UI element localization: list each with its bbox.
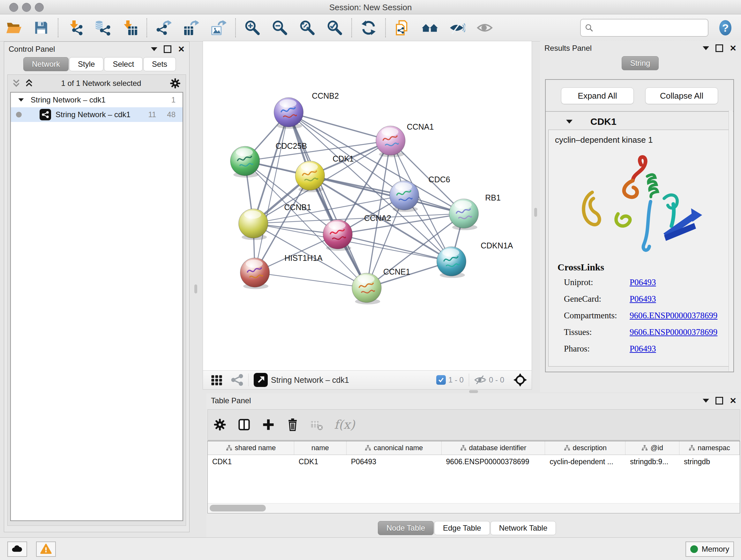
crosslink-link[interactable]: 9606.ENSP00000378699 bbox=[630, 311, 718, 320]
graph-edge[interactable] bbox=[338, 234, 451, 261]
expand-all-button[interactable]: Expand All bbox=[561, 87, 634, 104]
expand-all-icon[interactable] bbox=[25, 78, 33, 88]
tab-string[interactable]: String bbox=[622, 56, 659, 70]
home-icon[interactable] bbox=[421, 18, 438, 37]
column-header-description[interactable]: description bbox=[545, 441, 625, 455]
search-box[interactable] bbox=[580, 19, 709, 37]
add-column-icon[interactable] bbox=[260, 416, 277, 433]
graph-node-label: CDC6 bbox=[428, 175, 450, 184]
help-button[interactable]: ? bbox=[719, 20, 731, 36]
graph-node-HIST1H1A[interactable]: HIST1H1A bbox=[240, 253, 323, 289]
table-cell[interactable]: stringdb bbox=[679, 455, 740, 469]
zoom-selected-icon[interactable] bbox=[327, 18, 343, 37]
export-network-icon[interactable] bbox=[155, 18, 172, 37]
tab-style[interactable]: Style bbox=[69, 57, 104, 71]
hscroll-thumb[interactable] bbox=[210, 505, 266, 511]
crosslink-link[interactable]: P06493 bbox=[630, 294, 656, 304]
collapse-all-button[interactable]: Collapse All bbox=[645, 87, 718, 104]
duplicate-network-icon[interactable] bbox=[394, 18, 411, 37]
graph-edge[interactable] bbox=[253, 112, 289, 224]
column-header-namespac[interactable]: namespac bbox=[679, 441, 740, 455]
graph-node-RB1[interactable]: RB1 bbox=[449, 193, 501, 230]
column-header-database-identifier[interactable]: database identifier bbox=[442, 441, 545, 455]
crosslink-link[interactable]: P06493 bbox=[630, 277, 656, 287]
graph-edge[interactable] bbox=[255, 273, 367, 288]
table-panel-title: Table Panel bbox=[211, 396, 251, 405]
table-cell[interactable]: cyclin-dependent ... bbox=[545, 455, 625, 469]
splitter-handle[interactable] bbox=[194, 285, 197, 294]
table-cell[interactable]: 9606.ENSP00000378699 bbox=[442, 455, 545, 469]
network-collection-count: 1 bbox=[172, 96, 176, 105]
zoom-fit-icon[interactable] bbox=[299, 18, 316, 37]
panel-menu-icon[interactable] bbox=[703, 46, 709, 50]
save-icon[interactable] bbox=[33, 18, 50, 37]
table-cell[interactable]: CDK1 bbox=[208, 455, 294, 469]
panel-close-icon[interactable]: ✕ bbox=[730, 44, 737, 52]
hide-unhide-icon[interactable] bbox=[449, 18, 466, 37]
network-canvas[interactable]: CCNB2CCNA1CDC25BCDK1CDC6RB1CCNB1CCNA2CDK… bbox=[203, 41, 532, 370]
panel-close-icon[interactable]: ✕ bbox=[178, 45, 185, 53]
protein-section-expander-icon[interactable] bbox=[566, 120, 572, 124]
export-table-icon[interactable] bbox=[183, 18, 199, 37]
show-columns-icon[interactable] bbox=[235, 416, 253, 433]
grid-view-icon[interactable] bbox=[210, 373, 223, 387]
memory-button[interactable]: Memory bbox=[685, 542, 734, 557]
splitter-handle[interactable] bbox=[534, 208, 537, 217]
graph-node-CDKN1A[interactable]: CDKN1A bbox=[437, 241, 513, 278]
export-image-icon[interactable] bbox=[210, 18, 227, 37]
table-cell[interactable]: stringdb:9... bbox=[625, 455, 679, 469]
tab-sets[interactable]: Sets bbox=[143, 57, 176, 71]
graph-node-CCNA1[interactable]: CCNA1 bbox=[376, 122, 434, 157]
tab-network-table[interactable]: Network Table bbox=[490, 521, 556, 535]
network-share-icon[interactable] bbox=[231, 374, 243, 386]
network-tree-item-row[interactable]: String Network – cdk1 11 48 bbox=[11, 107, 183, 122]
table-row[interactable]: CDK1CDK1P064939606.ENSP00000378699cyclin… bbox=[208, 455, 740, 469]
import-network-icon[interactable] bbox=[67, 18, 83, 37]
network-tree-root-row[interactable]: String Network – cdk1 1 bbox=[11, 92, 183, 107]
control-panel-tabs: NetworkStyleSelectSets bbox=[23, 57, 189, 71]
tab-node-table[interactable]: Node Table bbox=[378, 521, 434, 535]
column-header-canonical-name[interactable]: canonical name bbox=[347, 441, 442, 455]
show-hide-panel-icon[interactable] bbox=[476, 18, 493, 37]
zoom-out-icon[interactable] bbox=[272, 18, 288, 37]
tab-network[interactable]: Network bbox=[23, 57, 69, 71]
panel-float-icon[interactable] bbox=[716, 397, 723, 405]
import-database-icon[interactable] bbox=[94, 18, 111, 37]
birdseye-view-icon[interactable] bbox=[254, 373, 268, 387]
table-cell[interactable]: CDK1 bbox=[294, 455, 347, 469]
table-cell[interactable]: P06493 bbox=[347, 455, 442, 469]
warnings-button[interactable] bbox=[36, 542, 56, 557]
column-header-name[interactable]: name bbox=[294, 441, 347, 455]
graph-edge[interactable] bbox=[255, 112, 289, 273]
zoom-in-icon[interactable] bbox=[244, 18, 261, 37]
table-hscrollbar[interactable] bbox=[208, 503, 740, 513]
network-item-label: String Network – cdk1 bbox=[56, 110, 131, 119]
import-table-icon[interactable] bbox=[122, 18, 138, 37]
graph-node-CCNE1[interactable]: CCNE1 bbox=[352, 267, 410, 305]
tab-edge-table[interactable]: Edge Table bbox=[434, 521, 490, 535]
column-header--id[interactable]: @id bbox=[625, 441, 679, 455]
panel-menu-icon[interactable] bbox=[703, 399, 709, 402]
refresh-icon[interactable] bbox=[360, 18, 377, 37]
splitter-handle[interactable] bbox=[469, 390, 478, 393]
tab-select[interactable]: Select bbox=[104, 57, 143, 71]
panel-menu-icon[interactable] bbox=[151, 47, 157, 51]
open-icon[interactable] bbox=[5, 18, 22, 37]
crosslink-link[interactable]: 9606.ENSP00000378699 bbox=[630, 327, 718, 337]
selected-checkbox-icon[interactable] bbox=[436, 375, 446, 385]
network-options-gear-icon[interactable] bbox=[169, 77, 181, 89]
panel-float-icon[interactable] bbox=[716, 44, 723, 52]
column-header-shared-name[interactable]: shared name bbox=[208, 441, 294, 455]
delete-column-icon[interactable] bbox=[284, 416, 301, 433]
graph-node-CCNA2[interactable]: CCNA2 bbox=[323, 213, 391, 251]
panel-close-icon[interactable]: ✕ bbox=[730, 396, 737, 405]
results-scrollbar[interactable] bbox=[729, 111, 733, 371]
collapse-all-icon[interactable] bbox=[12, 78, 20, 88]
search-input[interactable] bbox=[596, 23, 708, 33]
cloud-button[interactable] bbox=[7, 542, 27, 557]
tree-expander-icon[interactable] bbox=[18, 98, 24, 102]
table-options-gear-icon[interactable] bbox=[211, 416, 228, 433]
crosslink-link[interactable]: P06493 bbox=[630, 344, 656, 354]
panel-float-icon[interactable] bbox=[164, 45, 172, 53]
fit-content-target-icon[interactable] bbox=[513, 373, 527, 387]
